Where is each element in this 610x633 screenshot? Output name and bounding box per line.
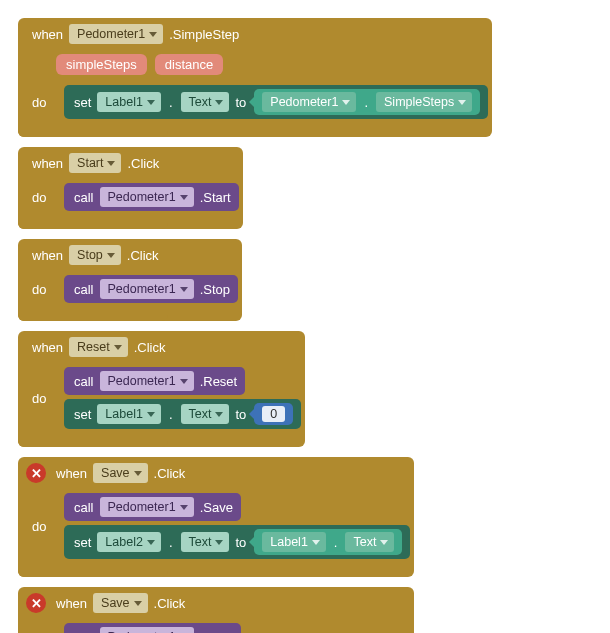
component-dropdown[interactable]: Save xyxy=(93,463,148,483)
event-name: .Click xyxy=(127,156,159,171)
caret-down-icon xyxy=(180,505,188,510)
event-block[interactable]: ✕whenSave.ClickdocallPedometer1.SavesetL… xyxy=(18,457,414,577)
property-dropdown[interactable]: Text xyxy=(181,404,230,424)
component-dropdown[interactable]: Label1 xyxy=(262,532,326,552)
set-block[interactable]: setLabel2 . Text to Label1 . Text xyxy=(64,525,410,559)
set-block[interactable]: setLabel1 . Text to 0 xyxy=(64,399,301,429)
event-block[interactable]: whenPedometer1.SimpleStepsimpleStepsdist… xyxy=(18,18,492,137)
event-block[interactable]: ✕whenSave.ClickdocallPedometer1.SavesetL… xyxy=(18,587,414,633)
event-body: docallPedometer1.Start xyxy=(18,179,243,229)
event-header: ✕whenSave.Click xyxy=(18,587,414,619)
component-dropdown[interactable]: Label1 xyxy=(97,92,161,112)
caret-down-icon xyxy=(114,345,122,350)
call-block[interactable]: callPedometer1.Start xyxy=(64,183,239,211)
caret-down-icon xyxy=(147,100,155,105)
event-name: .Click xyxy=(134,340,166,355)
caret-down-icon xyxy=(380,540,388,545)
to-keyword: to xyxy=(235,407,246,422)
block-foot xyxy=(18,563,168,577)
component-dropdown[interactable]: Pedometer1 xyxy=(100,497,194,517)
when-keyword: when xyxy=(32,156,63,171)
event-body: docallPedometer1.SavesetLabel3 . Text to… xyxy=(18,619,414,633)
event-name: .Click xyxy=(127,248,159,263)
caret-down-icon xyxy=(215,412,223,417)
event-block[interactable]: whenStart.ClickdocallPedometer1.Start xyxy=(18,147,243,229)
method-label: .Start xyxy=(200,190,231,205)
caret-down-icon xyxy=(215,540,223,545)
component-dropdown[interactable]: Pedometer1 xyxy=(100,187,194,207)
event-param[interactable]: simpleSteps xyxy=(56,54,147,75)
caret-down-icon xyxy=(147,540,155,545)
event-body: docallPedometer1.Stop xyxy=(18,271,242,321)
component-dropdown[interactable]: Pedometer1 xyxy=(262,92,356,112)
call-keyword: call xyxy=(74,282,94,297)
component-dropdown[interactable]: Start xyxy=(69,153,121,173)
call-block[interactable]: callPedometer1.Reset xyxy=(64,367,245,395)
event-block[interactable]: whenReset.ClickdocallPedometer1.Resetset… xyxy=(18,331,305,447)
property-dropdown[interactable]: Text xyxy=(181,532,230,552)
component-dropdown[interactable]: Label2 xyxy=(97,532,161,552)
event-name: .Click xyxy=(154,596,186,611)
do-keyword: do xyxy=(18,619,64,633)
caret-down-icon xyxy=(134,601,142,606)
when-keyword: when xyxy=(56,596,87,611)
call-block[interactable]: callPedometer1.Save xyxy=(64,623,241,633)
event-header: whenReset.Click xyxy=(18,331,305,363)
dot: . xyxy=(362,95,370,110)
caret-down-icon xyxy=(312,540,320,545)
call-block[interactable]: callPedometer1.Stop xyxy=(64,275,238,303)
call-block[interactable]: callPedometer1.Save xyxy=(64,493,241,521)
get-property-block[interactable]: Label1 . Text xyxy=(254,529,402,555)
caret-down-icon xyxy=(180,287,188,292)
component-dropdown[interactable]: Save xyxy=(93,593,148,613)
do-keyword: do xyxy=(18,179,64,215)
get-property-block[interactable]: Pedometer1 . SimpleSteps xyxy=(254,89,480,115)
number-input[interactable]: 0 xyxy=(262,406,285,422)
event-block[interactable]: whenStop.ClickdocallPedometer1.Stop xyxy=(18,239,242,321)
set-keyword: set xyxy=(74,535,91,550)
set-block[interactable]: setLabel1 . Text to Pedometer1 . SimpleS… xyxy=(64,85,488,119)
component-dropdown[interactable]: Stop xyxy=(69,245,121,265)
number-literal[interactable]: 0 xyxy=(254,403,293,425)
component-dropdown[interactable]: Pedometer1 xyxy=(100,371,194,391)
event-name: .SimpleStep xyxy=(169,27,239,42)
method-label: .Save xyxy=(200,630,233,634)
dot: . xyxy=(167,535,175,550)
component-dropdown[interactable]: Label1 xyxy=(97,404,161,424)
dot: . xyxy=(167,407,175,422)
component-dropdown[interactable]: Pedometer1 xyxy=(69,24,163,44)
event-header: whenStop.Click xyxy=(18,239,242,271)
block-foot xyxy=(18,215,168,229)
set-keyword: set xyxy=(74,407,91,422)
event-header: ✕whenSave.Click xyxy=(18,457,414,489)
method-label: .Save xyxy=(200,500,233,515)
component-dropdown[interactable]: Pedometer1 xyxy=(100,279,194,299)
property-dropdown[interactable]: Text xyxy=(345,532,394,552)
property-dropdown[interactable]: SimpleSteps xyxy=(376,92,472,112)
caret-down-icon xyxy=(215,100,223,105)
caret-down-icon xyxy=(149,32,157,37)
do-keyword: do xyxy=(18,363,64,433)
event-param[interactable]: distance xyxy=(155,54,223,75)
event-header: whenStart.Click xyxy=(18,147,243,179)
call-keyword: call xyxy=(74,374,94,389)
do-keyword: do xyxy=(18,489,64,563)
caret-down-icon xyxy=(458,100,466,105)
property-dropdown[interactable]: Text xyxy=(181,92,230,112)
block-foot xyxy=(18,123,168,137)
method-label: .Stop xyxy=(200,282,230,297)
call-keyword: call xyxy=(74,630,94,634)
component-dropdown[interactable]: Reset xyxy=(69,337,128,357)
caret-down-icon xyxy=(107,161,115,166)
event-body: docallPedometer1.SavesetLabel2 . Text to… xyxy=(18,489,414,577)
block-foot xyxy=(18,307,168,321)
error-icon[interactable]: ✕ xyxy=(26,463,46,483)
component-dropdown[interactable]: Pedometer1 xyxy=(100,627,194,633)
event-header: whenPedometer1.SimpleStep xyxy=(18,18,492,50)
caret-down-icon xyxy=(342,100,350,105)
dot: . xyxy=(167,95,175,110)
event-params: simpleStepsdistance xyxy=(18,50,492,81)
set-keyword: set xyxy=(74,95,91,110)
caret-down-icon xyxy=(134,471,142,476)
error-icon[interactable]: ✕ xyxy=(26,593,46,613)
